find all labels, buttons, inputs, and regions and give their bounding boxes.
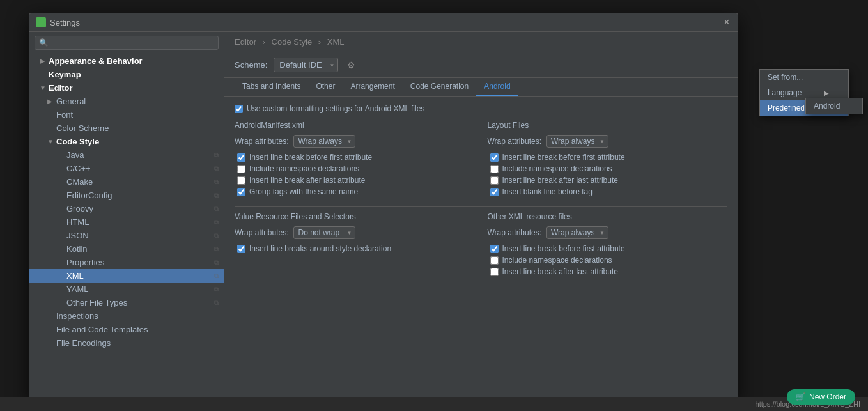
sidebar-item-html[interactable]: HTML⧉ [29, 215, 224, 229]
sidebar-item-otherfile[interactable]: Other File Types⧉ [29, 296, 224, 309]
sidebar-item-appearance[interactable]: ▶Appearance & Behavior [29, 54, 224, 68]
vr-opt-0-label: Insert line breaks around style declarat… [249, 244, 391, 253]
search-input[interactable] [35, 36, 219, 50]
sidebar-item-properties[interactable]: Properties⧉ [29, 256, 224, 269]
vr-opt-0-checkbox[interactable] [237, 245, 245, 253]
sidebar-item-keymap[interactable]: Keymap [29, 68, 224, 81]
sidebar-item-editor[interactable]: ▼Editor [29, 81, 224, 95]
lf-opt-2-checkbox[interactable] [490, 176, 499, 185]
ox-opt-1: Include namespace declarations [488, 256, 728, 265]
lf-opt-3-label: Insert blank line before tag [502, 187, 593, 196]
lf-opt-3-checkbox[interactable] [490, 188, 499, 196]
sidebar-item-inspections[interactable]: Inspections [29, 309, 224, 323]
android-manifest-wrap-select[interactable]: Do not wrap Wrap always Wrap if long [293, 135, 355, 148]
ox-opt-2-checkbox[interactable] [490, 268, 499, 276]
sidebar-item-label-codestyle: Code Style [56, 137, 99, 146]
sidebar-item-label-properties: Properties [66, 258, 104, 267]
android-manifest-wrap-label: Wrap attributes: [235, 137, 288, 146]
sidebar-item-kotlin[interactable]: Kotlin⧉ [29, 242, 224, 256]
ox-opt-1-checkbox[interactable] [490, 256, 499, 265]
breadcrumb-part-1: Code Style [272, 37, 313, 47]
bottom-two-col: Value Resource Files and Selectors Wrap … [235, 212, 727, 279]
new-order-button[interactable]: 🛒 New Order [787, 389, 855, 405]
ox-opt-2: Insert line break after last attribute [488, 267, 728, 276]
status-bar: https://blog.csdn.net/L_XING_ZHI [0, 397, 868, 411]
sidebar-item-cmake[interactable]: CMake⧉ [29, 175, 224, 189]
sidebar-item-font[interactable]: Font [29, 108, 224, 121]
sidebar-item-label-editorconfig: EditorConfig [66, 190, 112, 200]
sidebar-item-filetemplate[interactable]: File and Code Templates [29, 323, 224, 336]
vr-opt-0: Insert line breaks around style declarat… [235, 244, 475, 253]
sidebar-item-codestyle[interactable]: ▼Code Style [29, 135, 224, 148]
scheme-gear-button[interactable]: ⚙ [345, 59, 358, 72]
submenu-item-android[interactable]: Android [806, 98, 862, 114]
breadcrumb: Editor › Code Style › XML [224, 32, 738, 52]
sidebar-item-java[interactable]: Java⧉ [29, 148, 224, 162]
menu-item-set-from[interactable]: Set from... [760, 70, 848, 85]
sidebar-item-json[interactable]: JSON⧉ [29, 229, 224, 242]
am-opt-3-checkbox[interactable] [237, 188, 245, 196]
content-area: Use custom formatting settings for Andro… [224, 97, 738, 402]
lf-opt-0-label: Insert line break before first attribute [502, 153, 625, 162]
copy-icon-html: ⧉ [214, 219, 219, 226]
layout-files-wrap-select[interactable]: Do not wrap Wrap always Wrap if long [546, 135, 608, 148]
android-manifest-title: AndroidManifest.xml [235, 121, 475, 130]
ox-opt-0-checkbox[interactable] [490, 245, 499, 253]
sidebar-item-general[interactable]: ▶General [29, 95, 224, 108]
am-opt-2-checkbox[interactable] [237, 176, 245, 185]
value-resource-wrap-label: Wrap attributes: [235, 228, 288, 237]
sidebar-item-label-cmake: CMake [66, 177, 93, 187]
tree-arrow-appearance: ▶ [40, 58, 46, 65]
breadcrumb-sep-1: › [318, 37, 323, 47]
other-xml-wrap-select[interactable]: Do not wrap Wrap always Wrap if long [546, 226, 608, 239]
sidebar-item-colorscheme[interactable]: Color Scheme [29, 121, 224, 135]
copy-icon-groovy: ⧉ [214, 205, 219, 213]
copy-icon-editorconfig: ⧉ [214, 192, 219, 199]
lf-opt-2: Insert line break after last attribute [488, 176, 728, 185]
submenu: Android [805, 98, 863, 114]
language-submenu-arrow: ▶ [824, 89, 829, 97]
tab-code-generation[interactable]: Code Generation [403, 78, 476, 96]
am-opt-2-label: Insert line break after last attribute [249, 176, 365, 185]
tab-arrangement[interactable]: Arrangement [343, 78, 402, 96]
copy-icon-kotlin: ⧉ [214, 245, 219, 253]
sidebar-item-groovy[interactable]: Groovy⧉ [29, 202, 224, 215]
tab-tabs-and-indents[interactable]: Tabs and Indents [235, 78, 308, 96]
layout-files-title: Layout Files [488, 121, 728, 130]
am-opt-1-checkbox[interactable] [237, 165, 245, 173]
scheme-bar: Scheme: Default IDE Project ⚙ [224, 52, 738, 78]
sidebar-item-cpp[interactable]: C/C++⧉ [29, 162, 224, 175]
lf-opt-3: Insert blank line before tag [488, 187, 728, 196]
tab-android[interactable]: Android [476, 78, 518, 96]
layout-files-section: Layout Files Wrap attributes: Do not wra… [488, 121, 728, 199]
use-custom-formatting-checkbox[interactable] [235, 105, 243, 113]
submenu-item-android-label: Android [814, 102, 840, 111]
am-opt-0-checkbox[interactable] [237, 153, 245, 162]
scheme-select[interactable]: Default IDE Project [274, 58, 338, 72]
sidebar-item-xml[interactable]: XML⧉ [29, 269, 224, 283]
close-button[interactable]: × [722, 18, 731, 27]
top-two-col: AndroidManifest.xml Wrap attributes: Do … [235, 121, 727, 199]
android-manifest-wrap-select-wrapper: Do not wrap Wrap always Wrap if long [293, 135, 355, 148]
sidebar-item-label-general: General [56, 97, 86, 106]
lf-opt-0-checkbox[interactable] [490, 153, 499, 162]
lf-opt-1-checkbox[interactable] [490, 165, 499, 173]
copy-icon-xml: ⧉ [214, 272, 219, 280]
am-opt-3-label: Group tags with the same name [249, 187, 358, 196]
sidebar-item-label-inspections: Inspections [56, 311, 98, 321]
use-custom-formatting-label[interactable]: Use custom formatting settings for Andro… [247, 104, 424, 113]
other-xml-section: Other XML resource files Wrap attributes… [488, 212, 728, 279]
other-xml-wrap-label: Wrap attributes: [488, 228, 541, 237]
sidebar-item-fileencodings[interactable]: File Encodings [29, 336, 224, 350]
tab-other[interactable]: Other [308, 78, 343, 96]
divider-1 [235, 206, 727, 207]
search-box [29, 32, 224, 54]
sidebar-item-label-appearance: Appearance & Behavior [49, 56, 143, 66]
dialog-title: Settings [50, 18, 722, 27]
scheme-label: Scheme: [235, 60, 267, 70]
am-opt-1-label: Include namespace declarations [249, 164, 359, 173]
sidebar-item-yaml[interactable]: YAML⧉ [29, 283, 224, 296]
sidebar-item-editorconfig[interactable]: EditorConfig⧉ [29, 189, 224, 202]
sidebar-item-label-keymap: Keymap [49, 70, 81, 79]
value-resource-wrap-select[interactable]: Do not wrap Wrap always Wrap if long [293, 226, 355, 239]
